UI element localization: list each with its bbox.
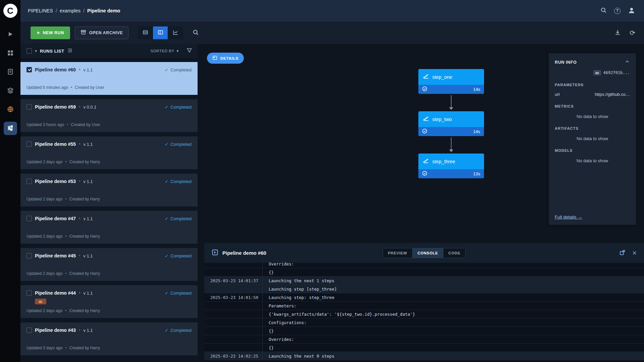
run-list-item[interactable]: Pipeline demo #59 • v 0.0.1 ✓ Completed (20, 99, 198, 132)
run-version: v 0.0.1 (83, 105, 96, 110)
check-icon: ✓ (165, 179, 168, 184)
auto-refresh-button[interactable]: ⟳ (630, 29, 635, 36)
column-settings-icon[interactable] (67, 48, 73, 54)
run-updated: Updated 3 hours ago (26, 122, 64, 127)
dot-separator: • (79, 328, 80, 333)
step-icon (423, 73, 429, 80)
run-list-item[interactable]: Pipeline demo #55 • v 1.1 ✓ Completed (20, 136, 198, 169)
run-checkbox[interactable] (26, 141, 32, 147)
parameter-row: url https://github.co… (555, 92, 630, 97)
table-view-toggle[interactable] (138, 26, 153, 39)
open-archive-button[interactable]: OPEN ARCHIVE (75, 26, 129, 39)
run-version: v 1.1 (83, 179, 93, 184)
sidebar-item-pipelines[interactable] (4, 122, 17, 135)
run-meta: Updated 2 days ago • Created by Harry (26, 230, 192, 239)
detail-tabs: PREVIEWCONSOLECODE (383, 248, 466, 258)
run-checkbox[interactable] (26, 67, 32, 72)
run-creator: Created by Harry (69, 271, 100, 276)
parameter-value[interactable]: https://github.co… (595, 92, 630, 97)
console-row-time (204, 302, 263, 310)
sidebar-item-reports[interactable] (4, 65, 17, 79)
clearml-logo[interactable]: C (3, 4, 17, 18)
user-avatar-button[interactable] (628, 7, 635, 15)
detail-tab[interactable]: CODE (443, 248, 466, 258)
split-view-toggle[interactable] (153, 26, 168, 39)
dot-separator: • (79, 67, 80, 72)
breadcrumb-item[interactable]: Pipeline demo / (87, 8, 120, 13)
run-list-item[interactable]: Pipeline demo #47 • v 1.1 ✓ Completed (20, 211, 198, 244)
sorted-by-dropdown[interactable]: SORTED BY ▾ (151, 49, 179, 53)
run-creator: Created by Harry (69, 197, 100, 201)
help-button[interactable]: ? (614, 8, 621, 14)
detail-tab[interactable]: CONSOLE (413, 248, 443, 258)
sidebar-item-projects[interactable] (4, 28, 17, 41)
console-row-time (204, 310, 263, 318)
completed-circle-icon (422, 128, 427, 135)
pipeline-step-node[interactable]: step_one 14s (418, 69, 484, 94)
close-panel-button[interactable]: × (632, 249, 637, 257)
run-checkbox[interactable] (26, 290, 32, 296)
run-checkbox[interactable] (26, 179, 32, 184)
run-creator: Created by User (75, 85, 104, 90)
console-row-time (204, 268, 263, 276)
console-row-time (204, 260, 263, 268)
pipeline-step-node[interactable]: step_two 14s (418, 111, 484, 136)
pipeline-dag: step_one 14s (418, 69, 484, 178)
run-list-item[interactable]: Pipeline demo #60 • v 1.1 ✓ Completed (20, 62, 198, 95)
step-icon (423, 158, 429, 165)
breadcrumb-item[interactable]: PIPELINES / (28, 8, 57, 13)
sidebar-item-datasets[interactable] (4, 47, 17, 60)
run-checkbox[interactable] (26, 104, 32, 110)
run-list-item[interactable]: Pipeline demo #53 • v 1.1 ✓ Completed (20, 174, 198, 206)
sidebar-item-workers[interactable] (4, 103, 17, 116)
runs-search-button[interactable] (193, 29, 199, 37)
run-checkbox[interactable] (26, 253, 32, 258)
breadcrumb: PIPELINES / examples / Pipeline demo / (28, 8, 120, 13)
download-icon (614, 29, 621, 37)
check-icon: ✓ (165, 291, 168, 296)
new-run-button[interactable]: + NEW RUN (31, 26, 70, 39)
table-view-icon (143, 29, 148, 36)
filter-icon[interactable] (186, 48, 192, 54)
run-status-badge: ✓ Completed (165, 179, 192, 184)
run-name: Pipeline demo #44 (35, 290, 76, 296)
breadcrumb-item[interactable]: examples / (60, 8, 85, 13)
run-checkbox[interactable] (26, 327, 32, 333)
dot-separator: • (65, 308, 66, 313)
metrics-section-title: METRICS (555, 104, 630, 108)
run-checkbox[interactable] (26, 216, 32, 221)
check-icon: ✓ (165, 328, 168, 333)
parameters-section-title: PARAMETERS (555, 83, 630, 87)
run-meta: Updated 3 days ago • Created by Harry (26, 342, 192, 350)
run-id-value[interactable]: 4692f01b... (603, 70, 630, 75)
console-row: 2025-03-23 14:02:25 Launching the next 0… (204, 352, 644, 360)
header-search-button[interactable] (600, 7, 607, 14)
expand-panel-button[interactable] (619, 249, 626, 257)
step-name: step_three (432, 159, 455, 164)
run-list-item[interactable]: Pipeline demo #44 • v 1.1 ✓ Completed ds (20, 285, 198, 318)
full-details-link[interactable]: Full details → (555, 215, 582, 220)
sidebar-item-models[interactable] (4, 84, 17, 98)
download-button[interactable] (614, 29, 621, 37)
console-row-message: Launching the next 0 steps (263, 354, 334, 359)
details-button[interactable]: DETAILS (207, 53, 244, 64)
dot-separator: • (79, 216, 80, 221)
run-list-item[interactable]: Pipeline demo #45 • v 1.1 ✓ Completed (20, 248, 198, 281)
details-icon (212, 55, 217, 61)
chevron-up-icon[interactable] (625, 59, 630, 65)
chart-view-toggle[interactable] (168, 26, 183, 39)
run-tag[interactable]: ds (35, 299, 46, 304)
run-list-item[interactable]: Pipeline demo #43 • v 1.1 ✓ Completed (20, 322, 198, 355)
select-all-checkbox[interactable] (26, 48, 32, 54)
chevron-down-icon[interactable]: ▾ (35, 49, 37, 53)
run-meta: Updated 2 days ago • Created by Harry (26, 267, 192, 276)
run-status-badge: ✓ Completed (165, 291, 192, 296)
run-version: v 1.1 (83, 328, 93, 333)
pipeline-step-node[interactable]: step_three 13s (418, 154, 484, 178)
console-row-message: Launching step [step_three] (263, 287, 337, 292)
console-log[interactable]: Overrides: {} 2025-03-23 14:01:37 Launch… (204, 260, 644, 362)
search-icon (193, 29, 199, 37)
detail-tab[interactable]: PREVIEW (383, 248, 413, 258)
console-row-message: Overrides: (263, 261, 294, 266)
step-duration: 13s (473, 171, 480, 176)
